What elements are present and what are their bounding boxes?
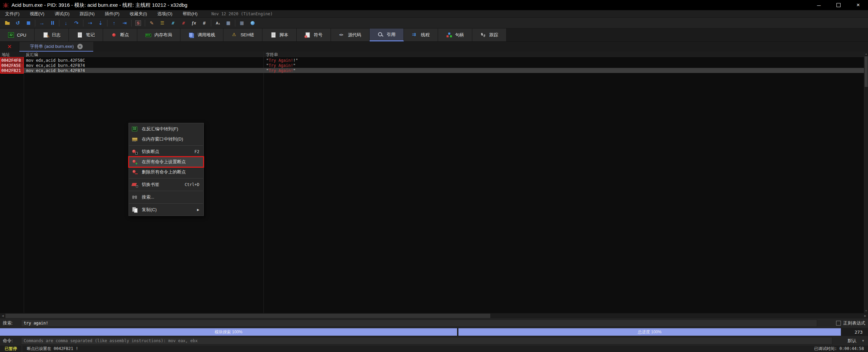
context-menu-item[interactable]: 删除所有命令上的断点: [129, 167, 203, 177]
table-row[interactable]: 0042FB21mov ecx,acid burn.42FB74"Try Aga…: [0, 68, 864, 73]
coverage-fast-button[interactable]: [167, 18, 178, 28]
seh-chain-icon: [135, 20, 142, 26]
coverage-fast-icon: [170, 20, 176, 26]
close-button[interactable]: ×: [848, 0, 868, 10]
vertical-scrollbar[interactable]: ▲ ▼: [864, 52, 868, 313]
menubar-item[interactable]: 选项(O): [152, 10, 178, 17]
patch-icon: [149, 20, 155, 26]
context-menu-item[interactable]: 切换断点F2: [129, 147, 203, 157]
maximize-button[interactable]: [829, 0, 848, 10]
tab-script[interactable]: 脚本: [262, 29, 297, 41]
subtab-close-icon[interactable]: ×: [77, 44, 83, 49]
tab-references[interactable]: 引用: [370, 29, 404, 41]
search-input[interactable]: [21, 319, 817, 327]
menu-separator: [129, 145, 203, 146]
close-process-button[interactable]: [23, 18, 34, 28]
tab-cpu[interactable]: CPU: [0, 29, 35, 41]
chevron-down-icon[interactable]: ▼: [862, 336, 865, 346]
horizontal-scroll-thumb[interactable]: [5, 314, 490, 318]
context-menu-item[interactable]: 在反汇编中转到(F): [129, 124, 203, 134]
symbols-icon: [305, 32, 311, 38]
run-to-user-code-icon: [121, 20, 128, 26]
scroll-right-icon[interactable]: ▶: [863, 313, 868, 318]
open-folder-button[interactable]: [2, 18, 13, 28]
scroll-up-icon[interactable]: ▲: [864, 52, 868, 56]
tab-handles[interactable]: 句柄: [438, 29, 472, 41]
search-icon: [132, 194, 138, 200]
comments-button[interactable]: [157, 18, 167, 28]
menu-shortcut: F2: [195, 149, 199, 154]
step-over-button[interactable]: [71, 18, 82, 28]
tab-source[interactable]: 源代码: [331, 29, 370, 41]
seh-chain-button[interactable]: [133, 18, 143, 28]
tab-memory-map[interactable]: 内存布局: [137, 29, 180, 41]
tab-label: 内存布局: [154, 32, 172, 38]
calculator-button[interactable]: [237, 18, 247, 28]
string-cell: "Try Again!": [263, 63, 296, 68]
run-to-cursor-button[interactable]: [85, 18, 95, 28]
run-to-user-code-button[interactable]: [119, 18, 130, 28]
menubar-item[interactable]: 帮助(H): [177, 10, 202, 17]
context-menu-item[interactable]: 搜索...: [129, 192, 203, 202]
submenu-arrow-icon: ▶: [197, 208, 199, 211]
context-menu-item[interactable]: 在所有命令上设置断点: [129, 157, 203, 167]
command-input[interactable]: [21, 337, 832, 345]
restart-button[interactable]: [13, 18, 23, 28]
menu-item-label: 切换书签: [142, 182, 159, 188]
scroll-left-icon[interactable]: ◀: [0, 313, 5, 318]
regex-checkbox[interactable]: [836, 321, 841, 326]
context-menu-item[interactable]: 在内存窗口中转到(D): [129, 134, 203, 144]
menubar-item[interactable]: 视图(V): [25, 10, 50, 17]
menubar-item[interactable]: 调试(D): [50, 10, 75, 17]
tab-call-stack[interactable]: 调用堆栈: [180, 29, 223, 41]
command-profile-select[interactable]: 默认: [848, 336, 856, 346]
run-button[interactable]: [37, 18, 47, 28]
tab-breakpoint[interactable]: 断点: [103, 29, 137, 41]
tab-notes[interactable]: 笔记: [69, 29, 103, 41]
menubar-item[interactable]: 文件(F): [0, 10, 25, 17]
menubar-item[interactable]: 收藏夹(I): [124, 10, 152, 17]
total-progressbar: 总进度 100%: [458, 328, 841, 336]
threads-icon: [412, 32, 418, 38]
patch-button[interactable]: [146, 18, 157, 28]
pause-button[interactable]: [47, 18, 58, 28]
label-hash-button[interactable]: [199, 18, 210, 28]
step-into-button[interactable]: [61, 18, 71, 28]
memory-map-icon: [145, 32, 151, 38]
favourites-globe-button[interactable]: [247, 18, 258, 28]
coverage-trace-button[interactable]: [178, 18, 189, 28]
expression-fx-icon: [191, 20, 197, 26]
coverage-trace-icon: [180, 20, 187, 26]
scroll-down-icon[interactable]: ▼: [864, 309, 868, 313]
tab-symbols[interactable]: 符号: [297, 29, 331, 41]
vertical-scroll-thumb[interactable]: [865, 56, 868, 87]
virtual-keypad-button[interactable]: [223, 18, 234, 28]
context-menu-item[interactable]: 复制(C)▶: [129, 205, 203, 215]
menubar-item[interactable]: 插件(P): [100, 10, 124, 17]
column-separator: [263, 52, 264, 313]
expression-fx-button[interactable]: [189, 18, 199, 28]
tab-label: SEH链: [240, 32, 254, 38]
subtab-strings[interactable]: 字符串 (acid burn.exe) ×: [19, 42, 93, 52]
assemble-font-button[interactable]: [213, 18, 223, 28]
disassembly-cell: mov ecx,acid burn.42FB74: [24, 63, 263, 68]
menubar-item[interactable]: 跟踪(N): [75, 10, 100, 17]
step-out-button[interactable]: [95, 18, 106, 28]
tab-label: 笔记: [86, 32, 95, 38]
context-menu-item[interactable]: 切换书签Ctrl+D: [129, 180, 203, 190]
table-row[interactable]: 0042F4F8mov edx,acid burn.42F58C"Try Aga…: [0, 58, 864, 63]
main-tabbar: CPU日志笔记断点内存布局调用堆栈SEH链脚本符号源代码引用线程句柄跟踪: [0, 29, 868, 41]
disassembly-cell: mov ecx,acid burn.42FB74: [24, 68, 263, 73]
total-progress-label: 总进度 100%: [458, 328, 841, 336]
tab-trace[interactable]: 跟踪: [472, 29, 507, 41]
tab-threads[interactable]: 线程: [404, 29, 438, 41]
minimize-button[interactable]: ─: [809, 0, 829, 10]
execute-till-return-button[interactable]: [109, 18, 119, 28]
tab-log[interactable]: 日志: [35, 29, 69, 41]
toolbar: [0, 18, 868, 29]
horizontal-scrollbar[interactable]: ◀ ▶: [0, 313, 868, 318]
tab-seh[interactable]: SEH链: [223, 29, 262, 41]
close-reference-button[interactable]: ✕: [0, 42, 19, 52]
table-row[interactable]: 0042FA5Emov ecx,acid burn.42FB74"Try Aga…: [0, 63, 864, 68]
seh-icon: [232, 32, 237, 38]
